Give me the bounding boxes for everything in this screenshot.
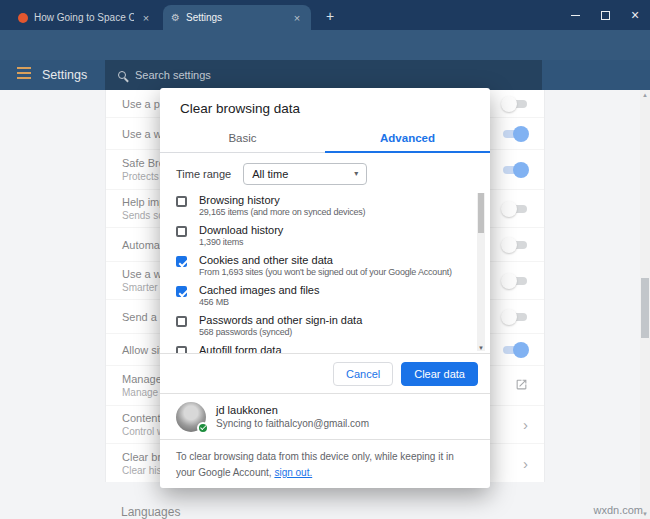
title-bar: How Going to Space Changes th Settings	[0, 0, 650, 30]
tab-advanced[interactable]: Advanced	[325, 123, 490, 152]
tab-close-icon[interactable]	[140, 12, 152, 24]
window-controls	[560, 0, 650, 30]
account-sync-status: Syncing to faithalcyon@gmail.com	[216, 418, 369, 429]
sync-ok-badge-icon	[197, 422, 209, 434]
account-name: jd laukkonen	[216, 404, 369, 416]
scroll-up-icon[interactable]	[640, 92, 650, 98]
option-detail: From 1,693 sites (you won't be signed ou…	[199, 267, 472, 277]
search-settings-input[interactable]: Search settings	[105, 60, 542, 90]
option-label: Cookies and other site data	[199, 254, 472, 266]
option-label: Autofill form data	[199, 344, 472, 353]
footer-text: To clear browsing data from this device …	[176, 451, 454, 478]
browser-tab-article[interactable]: How Going to Space Changes th	[10, 5, 160, 30]
menu-hamburger-icon[interactable]	[17, 67, 31, 69]
browser-window: How Going to Space Changes th Settings C…	[0, 0, 650, 519]
dialog-footer-note: To clear browsing data from this device …	[160, 439, 490, 488]
option-cookies[interactable]: Cookies and other site data From 1,693 s…	[160, 251, 472, 281]
option-detail: 456 MB	[199, 297, 472, 307]
clear-data-options-list: Browsing history 29,165 items (and more …	[160, 191, 472, 353]
checkbox[interactable]	[176, 346, 187, 353]
watermark: wxdn.com	[593, 504, 643, 516]
maximize-button[interactable]	[590, 0, 620, 30]
dialog-title: Clear browsing data	[160, 88, 490, 123]
option-label: Passwords and other sign-in data	[199, 314, 472, 326]
clear-data-button[interactable]: Clear data	[401, 362, 478, 386]
tab-basic[interactable]: Basic	[160, 123, 325, 152]
option-passwords[interactable]: Passwords and other sign-in data 568 pas…	[160, 311, 472, 341]
maximize-icon	[601, 11, 610, 20]
option-label: Cached images and files	[199, 284, 472, 296]
dialog-tabs: Basic Advanced	[160, 123, 490, 153]
option-cached-images[interactable]: Cached images and files 456 MB	[160, 281, 472, 311]
minimize-button[interactable]	[560, 0, 590, 30]
gear-favicon	[171, 12, 180, 23]
time-range-select[interactable]: All time	[243, 163, 367, 185]
site-favicon	[18, 13, 28, 23]
dialog-list-scrollbar[interactable]	[477, 193, 485, 351]
search-icon	[118, 71, 126, 79]
time-range-value: All time	[252, 168, 288, 180]
option-autofill[interactable]: Autofill form data	[160, 341, 472, 353]
clear-browsing-data-dialog: Clear browsing data Basic Advanced Time …	[160, 88, 490, 488]
minimize-icon	[571, 15, 580, 16]
account-section: jd laukkonen Syncing to faithalcyon@gmai…	[160, 393, 490, 439]
scrollbar-thumb[interactable]	[478, 193, 484, 233]
scrollbar-thumb[interactable]	[641, 278, 649, 338]
option-label: Download history	[199, 224, 472, 236]
cancel-button[interactable]: Cancel	[333, 362, 393, 386]
page-scrollbar[interactable]	[640, 90, 650, 519]
scroll-down-icon[interactable]	[477, 345, 485, 351]
sign-out-link[interactable]: sign out.	[274, 467, 312, 478]
option-detail: 29,165 items (and more on synced devices…	[199, 207, 472, 217]
time-range-row: Time range All time	[160, 153, 490, 191]
checkbox[interactable]	[176, 286, 187, 297]
option-detail: 568 passwords (synced)	[199, 327, 472, 337]
browser-toolbar: Chrome | chrome://settings/clearBrowserD…	[0, 30, 650, 60]
checkbox[interactable]	[176, 226, 187, 237]
checkbox[interactable]	[176, 196, 187, 207]
option-label: Browsing history	[199, 194, 472, 206]
new-tab-button[interactable]	[320, 6, 340, 26]
time-range-label: Time range	[176, 168, 231, 180]
checkbox[interactable]	[176, 256, 187, 267]
option-download-history[interactable]: Download history 1,390 items	[160, 221, 472, 251]
dialog-body: Time range All time Browsing history 29,…	[160, 153, 490, 353]
option-browsing-history[interactable]: Browsing history 29,165 items (and more …	[160, 191, 472, 221]
account-avatar	[176, 402, 206, 432]
tab-title: Settings	[186, 12, 285, 23]
browser-tab-settings[interactable]: Settings	[163, 5, 311, 30]
dialog-actions: Cancel Clear data	[160, 353, 490, 393]
tab-close-icon[interactable]	[291, 12, 303, 24]
option-detail: 1,390 items	[199, 237, 472, 247]
close-icon	[631, 8, 639, 22]
close-button[interactable]	[620, 0, 650, 30]
tab-title: How Going to Space Changes th	[34, 12, 134, 23]
checkbox[interactable]	[176, 316, 187, 327]
search-placeholder: Search settings	[135, 69, 211, 81]
dropdown-caret-icon	[354, 169, 358, 178]
settings-title: Settings	[42, 68, 87, 82]
